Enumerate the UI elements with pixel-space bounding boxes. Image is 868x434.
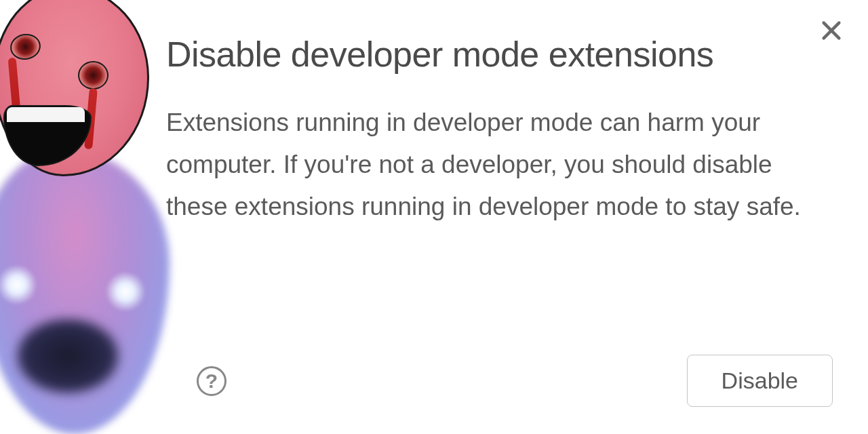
help-icon: ?	[205, 370, 218, 393]
developer-mode-dialog: Disable developer mode extensions Extens…	[166, 34, 827, 228]
help-button[interactable]: ?	[197, 366, 226, 396]
dialog-title: Disable developer mode extensions	[166, 34, 827, 75]
dialog-body-text: Extensions running in developer mode can…	[166, 102, 810, 228]
close-icon	[820, 19, 843, 45]
disable-button[interactable]: Disable	[687, 355, 833, 407]
meme-reaction-image	[0, 0, 163, 434]
close-button[interactable]	[816, 17, 846, 47]
dialog-footer: ? Disable	[197, 355, 833, 407]
